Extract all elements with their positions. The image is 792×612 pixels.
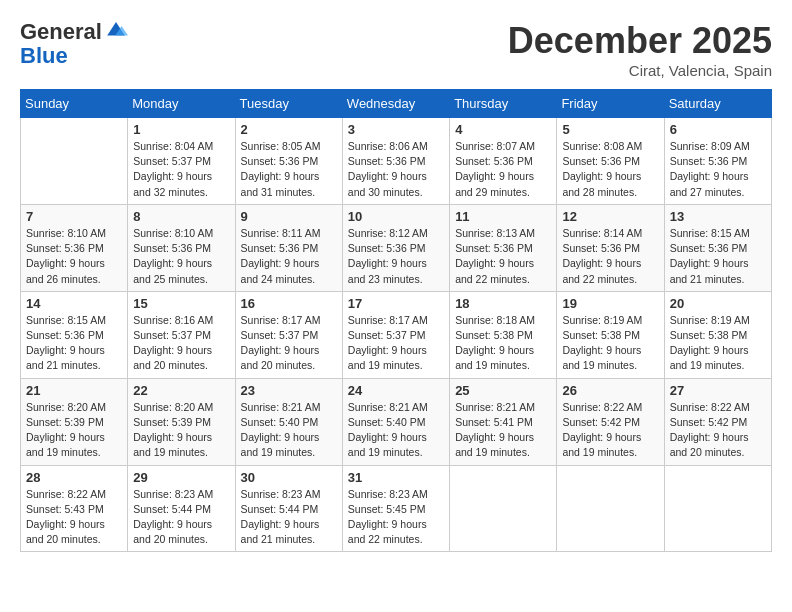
day-info: Sunrise: 8:17 AM Sunset: 5:37 PM Dayligh… xyxy=(241,313,337,374)
calendar-cell xyxy=(450,465,557,552)
calendar-week-row: 28Sunrise: 8:22 AM Sunset: 5:43 PM Dayli… xyxy=(21,465,772,552)
day-number: 29 xyxy=(133,470,229,485)
day-info: Sunrise: 8:23 AM Sunset: 5:44 PM Dayligh… xyxy=(133,487,229,548)
day-number: 2 xyxy=(241,122,337,137)
calendar-cell xyxy=(21,118,128,205)
title-block: December 2025 Cirat, Valencia, Spain xyxy=(508,20,772,79)
page-header: General Blue December 2025 Cirat, Valenc… xyxy=(20,20,772,79)
header-tuesday: Tuesday xyxy=(235,90,342,118)
day-number: 7 xyxy=(26,209,122,224)
day-info: Sunrise: 8:18 AM Sunset: 5:38 PM Dayligh… xyxy=(455,313,551,374)
day-number: 16 xyxy=(241,296,337,311)
calendar-cell: 25Sunrise: 8:21 AM Sunset: 5:41 PM Dayli… xyxy=(450,378,557,465)
day-number: 9 xyxy=(241,209,337,224)
day-number: 1 xyxy=(133,122,229,137)
header-wednesday: Wednesday xyxy=(342,90,449,118)
calendar-cell: 20Sunrise: 8:19 AM Sunset: 5:38 PM Dayli… xyxy=(664,291,771,378)
day-number: 11 xyxy=(455,209,551,224)
day-number: 23 xyxy=(241,383,337,398)
day-info: Sunrise: 8:17 AM Sunset: 5:37 PM Dayligh… xyxy=(348,313,444,374)
day-info: Sunrise: 8:07 AM Sunset: 5:36 PM Dayligh… xyxy=(455,139,551,200)
logo-blue: Blue xyxy=(20,43,68,68)
day-info: Sunrise: 8:14 AM Sunset: 5:36 PM Dayligh… xyxy=(562,226,658,287)
calendar-cell: 22Sunrise: 8:20 AM Sunset: 5:39 PM Dayli… xyxy=(128,378,235,465)
calendar-cell: 2Sunrise: 8:05 AM Sunset: 5:36 PM Daylig… xyxy=(235,118,342,205)
calendar-cell: 8Sunrise: 8:10 AM Sunset: 5:36 PM Daylig… xyxy=(128,204,235,291)
calendar-week-row: 1Sunrise: 8:04 AM Sunset: 5:37 PM Daylig… xyxy=(21,118,772,205)
day-info: Sunrise: 8:06 AM Sunset: 5:36 PM Dayligh… xyxy=(348,139,444,200)
header-thursday: Thursday xyxy=(450,90,557,118)
calendar-cell: 21Sunrise: 8:20 AM Sunset: 5:39 PM Dayli… xyxy=(21,378,128,465)
day-number: 5 xyxy=(562,122,658,137)
logo-icon xyxy=(104,18,128,42)
calendar-cell: 11Sunrise: 8:13 AM Sunset: 5:36 PM Dayli… xyxy=(450,204,557,291)
day-number: 15 xyxy=(133,296,229,311)
logo: General Blue xyxy=(20,20,128,68)
day-info: Sunrise: 8:15 AM Sunset: 5:36 PM Dayligh… xyxy=(26,313,122,374)
location: Cirat, Valencia, Spain xyxy=(508,62,772,79)
calendar-week-row: 7Sunrise: 8:10 AM Sunset: 5:36 PM Daylig… xyxy=(21,204,772,291)
day-info: Sunrise: 8:04 AM Sunset: 5:37 PM Dayligh… xyxy=(133,139,229,200)
calendar-cell: 13Sunrise: 8:15 AM Sunset: 5:36 PM Dayli… xyxy=(664,204,771,291)
calendar-cell: 6Sunrise: 8:09 AM Sunset: 5:36 PM Daylig… xyxy=(664,118,771,205)
calendar-cell: 12Sunrise: 8:14 AM Sunset: 5:36 PM Dayli… xyxy=(557,204,664,291)
day-number: 21 xyxy=(26,383,122,398)
calendar-week-row: 14Sunrise: 8:15 AM Sunset: 5:36 PM Dayli… xyxy=(21,291,772,378)
calendar-cell: 16Sunrise: 8:17 AM Sunset: 5:37 PM Dayli… xyxy=(235,291,342,378)
day-info: Sunrise: 8:21 AM Sunset: 5:40 PM Dayligh… xyxy=(348,400,444,461)
day-number: 8 xyxy=(133,209,229,224)
day-info: Sunrise: 8:19 AM Sunset: 5:38 PM Dayligh… xyxy=(562,313,658,374)
day-number: 17 xyxy=(348,296,444,311)
day-info: Sunrise: 8:10 AM Sunset: 5:36 PM Dayligh… xyxy=(133,226,229,287)
calendar-cell: 27Sunrise: 8:22 AM Sunset: 5:42 PM Dayli… xyxy=(664,378,771,465)
calendar-cell: 30Sunrise: 8:23 AM Sunset: 5:44 PM Dayli… xyxy=(235,465,342,552)
day-number: 20 xyxy=(670,296,766,311)
calendar-cell xyxy=(557,465,664,552)
day-info: Sunrise: 8:22 AM Sunset: 5:42 PM Dayligh… xyxy=(670,400,766,461)
day-number: 4 xyxy=(455,122,551,137)
day-info: Sunrise: 8:11 AM Sunset: 5:36 PM Dayligh… xyxy=(241,226,337,287)
day-number: 30 xyxy=(241,470,337,485)
day-number: 25 xyxy=(455,383,551,398)
day-number: 27 xyxy=(670,383,766,398)
day-info: Sunrise: 8:15 AM Sunset: 5:36 PM Dayligh… xyxy=(670,226,766,287)
day-info: Sunrise: 8:05 AM Sunset: 5:36 PM Dayligh… xyxy=(241,139,337,200)
day-number: 24 xyxy=(348,383,444,398)
header-friday: Friday xyxy=(557,90,664,118)
calendar-cell: 17Sunrise: 8:17 AM Sunset: 5:37 PM Dayli… xyxy=(342,291,449,378)
calendar-cell xyxy=(664,465,771,552)
calendar-cell: 23Sunrise: 8:21 AM Sunset: 5:40 PM Dayli… xyxy=(235,378,342,465)
calendar-cell: 1Sunrise: 8:04 AM Sunset: 5:37 PM Daylig… xyxy=(128,118,235,205)
day-number: 13 xyxy=(670,209,766,224)
calendar-cell: 10Sunrise: 8:12 AM Sunset: 5:36 PM Dayli… xyxy=(342,204,449,291)
calendar-cell: 18Sunrise: 8:18 AM Sunset: 5:38 PM Dayli… xyxy=(450,291,557,378)
day-number: 22 xyxy=(133,383,229,398)
calendar-header-row: SundayMondayTuesdayWednesdayThursdayFrid… xyxy=(21,90,772,118)
day-info: Sunrise: 8:13 AM Sunset: 5:36 PM Dayligh… xyxy=(455,226,551,287)
day-info: Sunrise: 8:22 AM Sunset: 5:42 PM Dayligh… xyxy=(562,400,658,461)
day-info: Sunrise: 8:08 AM Sunset: 5:36 PM Dayligh… xyxy=(562,139,658,200)
day-info: Sunrise: 8:22 AM Sunset: 5:43 PM Dayligh… xyxy=(26,487,122,548)
calendar-cell: 5Sunrise: 8:08 AM Sunset: 5:36 PM Daylig… xyxy=(557,118,664,205)
day-number: 10 xyxy=(348,209,444,224)
day-info: Sunrise: 8:21 AM Sunset: 5:40 PM Dayligh… xyxy=(241,400,337,461)
calendar-cell: 31Sunrise: 8:23 AM Sunset: 5:45 PM Dayli… xyxy=(342,465,449,552)
day-info: Sunrise: 8:19 AM Sunset: 5:38 PM Dayligh… xyxy=(670,313,766,374)
day-info: Sunrise: 8:16 AM Sunset: 5:37 PM Dayligh… xyxy=(133,313,229,374)
day-info: Sunrise: 8:23 AM Sunset: 5:44 PM Dayligh… xyxy=(241,487,337,548)
day-number: 18 xyxy=(455,296,551,311)
calendar-cell: 14Sunrise: 8:15 AM Sunset: 5:36 PM Dayli… xyxy=(21,291,128,378)
calendar-cell: 28Sunrise: 8:22 AM Sunset: 5:43 PM Dayli… xyxy=(21,465,128,552)
header-saturday: Saturday xyxy=(664,90,771,118)
calendar-week-row: 21Sunrise: 8:20 AM Sunset: 5:39 PM Dayli… xyxy=(21,378,772,465)
calendar-cell: 15Sunrise: 8:16 AM Sunset: 5:37 PM Dayli… xyxy=(128,291,235,378)
calendar-cell: 3Sunrise: 8:06 AM Sunset: 5:36 PM Daylig… xyxy=(342,118,449,205)
calendar-cell: 24Sunrise: 8:21 AM Sunset: 5:40 PM Dayli… xyxy=(342,378,449,465)
day-info: Sunrise: 8:20 AM Sunset: 5:39 PM Dayligh… xyxy=(133,400,229,461)
calendar-cell: 19Sunrise: 8:19 AM Sunset: 5:38 PM Dayli… xyxy=(557,291,664,378)
day-info: Sunrise: 8:20 AM Sunset: 5:39 PM Dayligh… xyxy=(26,400,122,461)
day-number: 6 xyxy=(670,122,766,137)
calendar-cell: 26Sunrise: 8:22 AM Sunset: 5:42 PM Dayli… xyxy=(557,378,664,465)
header-monday: Monday xyxy=(128,90,235,118)
header-sunday: Sunday xyxy=(21,90,128,118)
